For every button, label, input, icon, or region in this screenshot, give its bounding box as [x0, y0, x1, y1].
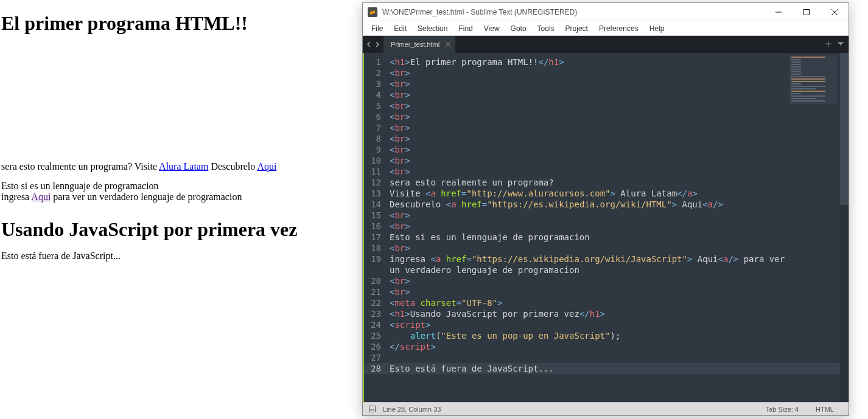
line-number[interactable]: 24	[364, 319, 381, 330]
line-number[interactable]: 18	[364, 243, 381, 254]
link-aqui-js[interactable]: Aqui	[31, 192, 51, 202]
code-line[interactable]: <meta charset="UTF-8">	[387, 297, 840, 308]
menu-edit[interactable]: Edit	[389, 23, 411, 35]
code-line[interactable]	[387, 352, 840, 363]
status-syntax[interactable]: HTML	[807, 406, 842, 413]
panel-switcher-icon[interactable]	[369, 406, 376, 412]
code-line[interactable]: Esto si es un lennguaje de programacion	[387, 232, 840, 243]
line-number[interactable]: 27	[364, 352, 381, 363]
window-controls	[765, 3, 849, 21]
line-number[interactable]: 10	[364, 155, 381, 166]
line-number[interactable]: 17	[364, 232, 381, 243]
paragraph-2: Esto si es un lennguaje de programacion …	[1, 181, 361, 203]
link-aqui-html[interactable]: Aqui	[257, 161, 276, 171]
code-line[interactable]: </script>	[387, 341, 840, 352]
line-number[interactable]: 9	[364, 144, 381, 155]
code-line[interactable]: <h1>Usando JavaScript por primera vez</h…	[387, 308, 840, 319]
code-line[interactable]: ingresa <a href="https://es.wikipedia.or…	[387, 254, 840, 265]
tab-primer-test[interactable]: Primer_test.html	[383, 36, 456, 53]
line-number[interactable]: 21	[364, 286, 381, 297]
code-line[interactable]: <br>	[387, 155, 840, 166]
vertical-scrollbar[interactable]	[840, 53, 849, 402]
menu-tools[interactable]: Tools	[533, 23, 559, 35]
code-line[interactable]: un verdadero lenguaje de programacion	[387, 265, 840, 275]
code-line[interactable]: <br>	[387, 243, 840, 254]
maximize-button[interactable]	[793, 3, 821, 21]
tab-dropdown-icon[interactable]	[838, 40, 844, 49]
scrollbar-thumb[interactable]	[840, 53, 849, 205]
line-number[interactable]: 6	[364, 111, 381, 122]
code-line[interactable]: <br>	[387, 166, 840, 177]
menu-file[interactable]: File	[366, 23, 388, 35]
line-number[interactable]: 5	[364, 100, 381, 111]
line-number[interactable]: 8	[364, 133, 381, 144]
line-number[interactable]: 15	[364, 210, 381, 221]
code-line[interactable]: Visite <a href="http://www.aluracursos.c…	[387, 188, 840, 199]
text: Descubrelo	[208, 161, 257, 171]
tab-spacer	[456, 36, 821, 53]
menu-selection[interactable]: Selection	[413, 23, 452, 35]
code-line[interactable]: <br>	[387, 221, 840, 232]
svg-rect-1	[804, 9, 810, 15]
status-tab-size[interactable]: Tab Size: 4	[757, 406, 807, 413]
code-line[interactable]: <script>	[387, 319, 840, 330]
line-number[interactable]: 25	[364, 330, 381, 341]
menu-view[interactable]: View	[479, 23, 505, 35]
line-number[interactable]: 28	[364, 363, 387, 374]
text: sera esto realmente un programa? Visite	[1, 161, 159, 171]
titlebar[interactable]: W:\ONE\Primer_test.html - Sublime Text (…	[363, 3, 849, 21]
tab-close-icon[interactable]	[446, 42, 450, 47]
code-line[interactable]: <br>	[387, 144, 840, 155]
code-line[interactable]: <br>	[387, 210, 840, 221]
menu-help[interactable]: Help	[645, 23, 670, 35]
paragraph-3: Esto está fuera de JavaScript...	[1, 251, 361, 261]
minimize-button[interactable]	[765, 3, 793, 21]
line-number[interactable]: 7	[364, 122, 381, 133]
line-number[interactable]: 11	[364, 166, 381, 177]
code-line[interactable]: <br>	[387, 100, 840, 111]
link-alura-latam[interactable]: Alura Latam	[159, 161, 208, 171]
menubar: File Edit Selection Find View Goto Tools…	[363, 21, 849, 36]
code-line[interactable]: sera esto realmente un programa?	[387, 177, 840, 188]
code-line[interactable]: <br>	[387, 89, 840, 100]
code-area[interactable]: <h1>El primer programa HTML!!</h1><br><b…	[387, 53, 840, 402]
code-line[interactable]: <br>	[387, 68, 840, 78]
line-number[interactable]: 20	[364, 275, 381, 286]
code-line[interactable]: <br>	[387, 78, 840, 89]
code-line[interactable]: <br>	[387, 286, 840, 297]
line-number[interactable]: 14	[364, 199, 381, 210]
line-gutter[interactable]: 1234567891011121314151617181920212223242…	[364, 53, 387, 402]
nav-forward-icon[interactable]	[375, 40, 380, 49]
line-number[interactable]: 26	[364, 341, 381, 352]
statusbar: Line 28, Column 33 Tab Size: 4 HTML	[363, 402, 849, 415]
code-line[interactable]: <br>	[387, 122, 840, 133]
menu-find[interactable]: Find	[453, 23, 477, 35]
nav-back-icon[interactable]	[366, 40, 371, 49]
line-number[interactable]: 4	[364, 89, 381, 100]
code-line[interactable]: Descubrelo <a href="https://es.wikipedia…	[387, 199, 840, 210]
close-button[interactable]	[821, 3, 849, 21]
line-number[interactable]: 23	[364, 308, 381, 319]
code-line[interactable]: <br>	[387, 111, 840, 122]
line-number[interactable]: 1	[364, 57, 381, 68]
line-number[interactable]: 3	[364, 78, 381, 89]
line-number[interactable]: 22	[364, 297, 381, 308]
code-line[interactable]: <h1>El primer programa HTML!!</h1>	[387, 57, 840, 68]
code-line[interactable]: alert("Este es un pop-up en JavaScript")…	[387, 330, 840, 341]
line-number[interactable]: 19	[364, 254, 381, 265]
line-number[interactable]: 12	[364, 177, 381, 188]
minimap[interactable]	[789, 55, 838, 104]
code-line[interactable]: <br>	[387, 275, 840, 286]
line-number[interactable]	[364, 265, 381, 275]
text: Esto si es un lennguaje de programacion	[1, 181, 159, 191]
status-line-col[interactable]: Line 28, Column 33	[383, 406, 441, 413]
code-line[interactable]: <br>	[387, 133, 840, 144]
line-number[interactable]: 2	[364, 68, 381, 78]
menu-preferences[interactable]: Preferences	[594, 23, 643, 35]
code-line[interactable]: Esto está fuera de JavaScript...	[387, 363, 840, 374]
new-tab-icon[interactable]	[825, 40, 831, 49]
line-number[interactable]: 13	[364, 188, 381, 199]
menu-goto[interactable]: Goto	[506, 23, 531, 35]
menu-project[interactable]: Project	[561, 23, 593, 35]
line-number[interactable]: 16	[364, 221, 381, 232]
